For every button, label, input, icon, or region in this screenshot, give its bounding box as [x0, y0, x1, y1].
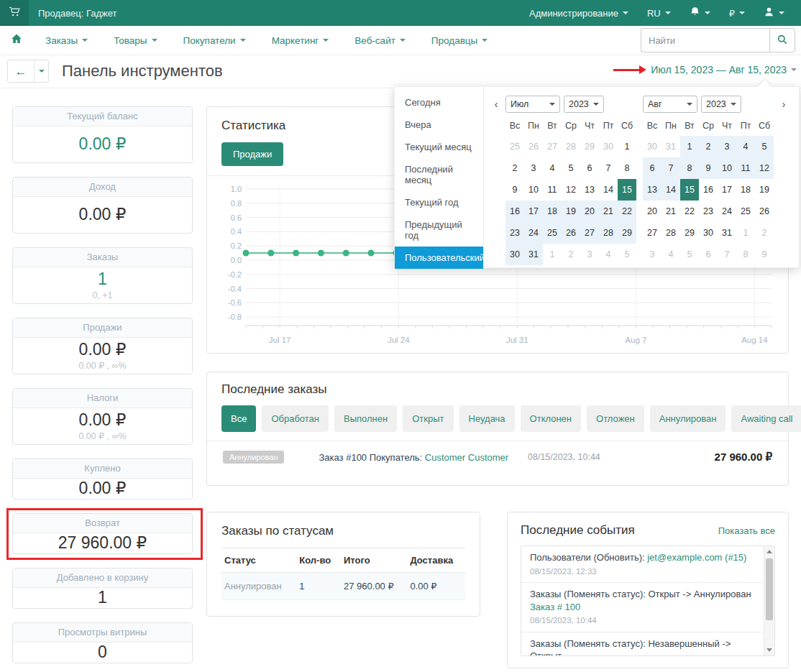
filter-выполнен[interactable]: Выполнен: [334, 405, 397, 432]
order-row[interactable]: Аннулирован Заказ #100 Покупатель: Custo…: [207, 441, 788, 464]
calendar-day[interactable]: 3: [524, 157, 543, 179]
nav-item-orders[interactable]: Заказы: [32, 26, 101, 55]
calendar-day[interactable]: 16: [699, 179, 718, 201]
calendar-day[interactable]: 19: [562, 201, 580, 222]
calendar-day[interactable]: 11: [736, 157, 755, 179]
calendar-day[interactable]: 4: [736, 136, 755, 157]
calendar-day[interactable]: 6: [580, 157, 599, 179]
calendar-day[interactable]: 27: [543, 136, 562, 157]
calendar-day[interactable]: 4: [599, 244, 618, 265]
calendar-day[interactable]: 14: [662, 179, 680, 201]
calendar-day[interactable]: 28: [562, 136, 580, 157]
calendar-day[interactable]: 18: [543, 201, 562, 222]
filter-отложен[interactable]: Отложен: [587, 405, 644, 432]
calendar-day[interactable]: 4: [662, 244, 680, 265]
filter-открыт[interactable]: Открыт: [403, 405, 453, 432]
calendar-day[interactable]: 31: [524, 244, 543, 265]
scrollbar[interactable]: [764, 546, 774, 655]
date-range-selector[interactable]: Июл 15, 2023 — Авг 15, 2023: [613, 64, 797, 75]
preset-item[interactable]: Вчера: [395, 114, 483, 136]
search-button[interactable]: [769, 28, 795, 52]
preset-item[interactable]: Предыдущий год: [395, 213, 483, 247]
customer-link[interactable]: Customer Customer: [425, 452, 508, 463]
filter-аннулирован[interactable]: Аннулирован: [650, 405, 726, 432]
calendar-day[interactable]: 25: [505, 136, 524, 157]
calendar-day[interactable]: 7: [599, 157, 618, 179]
filter-awaiting-call[interactable]: Awaiting call: [731, 405, 801, 432]
nav-item-website[interactable]: Веб-сайт: [342, 26, 418, 55]
calendar-day[interactable]: 26: [562, 222, 580, 244]
back-button[interactable]: ←: [8, 60, 34, 82]
scroll-down-icon[interactable]: [766, 648, 772, 652]
calendar-day[interactable]: 18: [736, 179, 755, 201]
calendar-day[interactable]: 1: [618, 136, 636, 157]
storefront-button[interactable]: [0, 0, 29, 26]
calendar-day[interactable]: 31: [718, 222, 736, 244]
calendar-day[interactable]: 7: [718, 244, 736, 265]
calendar-day[interactable]: 23: [699, 201, 718, 222]
calendar-day[interactable]: 13: [580, 179, 599, 201]
calendar-day[interactable]: 1: [543, 244, 562, 265]
calendar-day[interactable]: 30: [699, 222, 718, 244]
calendar-day[interactable]: 26: [755, 201, 774, 222]
calendar-day[interactable]: 21: [662, 201, 680, 222]
calendar-day[interactable]: 5: [755, 136, 774, 157]
preset-item[interactable]: Последний месяц: [395, 158, 483, 191]
calendar-next-button[interactable]: ›: [777, 96, 790, 110]
calendar-day[interactable]: 20: [643, 201, 662, 222]
language-menu[interactable]: RU: [638, 0, 680, 26]
scrollbar-thumb[interactable]: [766, 558, 773, 620]
calendar-day[interactable]: 9: [699, 157, 718, 179]
preset-item[interactable]: Текущий месяц: [395, 136, 483, 158]
calendar-day[interactable]: 19: [755, 179, 774, 201]
event-link[interactable]: Заказ # 100: [530, 601, 756, 614]
calendar-day[interactable]: 30: [643, 136, 662, 157]
nav-item-marketing[interactable]: Маркетинг: [259, 26, 342, 55]
calendar-day[interactable]: 2: [505, 157, 524, 179]
calendar-day[interactable]: 11: [543, 179, 562, 201]
calendar-day[interactable]: 1: [736, 222, 755, 244]
calendar-day[interactable]: 12: [755, 157, 774, 179]
calendar-day[interactable]: 29: [680, 222, 699, 244]
calendar-day[interactable]: 22: [680, 201, 699, 222]
calendar-day[interactable]: 7: [662, 157, 680, 179]
calendar-day[interactable]: 17: [718, 179, 736, 201]
scroll-up-icon[interactable]: [766, 550, 772, 553]
month-select[interactable]: Июл: [505, 96, 560, 113]
filter-обработан[interactable]: Обработан: [262, 405, 329, 432]
calendar-day[interactable]: 22: [618, 201, 636, 222]
calendar-day[interactable]: 26: [524, 136, 543, 157]
calendar-day[interactable]: 5: [680, 244, 699, 265]
preset-item[interactable]: Текущий год: [395, 191, 483, 213]
calendar-day[interactable]: 3: [580, 244, 599, 265]
calendar-day[interactable]: 28: [662, 222, 680, 244]
calendar-day[interactable]: 12: [562, 179, 580, 201]
calendar-day[interactable]: 25: [736, 201, 755, 222]
preset-custom[interactable]: Пользовательский: [395, 247, 483, 269]
calendar-day[interactable]: 4: [543, 157, 562, 179]
calendar-day[interactable]: 9: [505, 179, 524, 201]
filter-все[interactable]: Все: [221, 405, 256, 432]
calendar-day[interactable]: 29: [580, 136, 599, 157]
calendar-day[interactable]: 27: [643, 222, 662, 244]
calendar-day[interactable]: 31: [662, 136, 680, 157]
calendar-day[interactable]: 2: [755, 222, 774, 244]
year-select[interactable]: 2023: [564, 96, 604, 113]
calendar-day[interactable]: 17: [524, 201, 543, 222]
sales-tab-button[interactable]: Продажи: [221, 142, 283, 166]
calendar-day[interactable]: 23: [505, 222, 524, 244]
calendar-day[interactable]: 6: [643, 157, 662, 179]
calendar-day[interactable]: 25: [543, 222, 562, 244]
calendar-day[interactable]: 13: [643, 179, 662, 201]
notifications-menu[interactable]: [680, 0, 720, 26]
calendar-day[interactable]: 28: [599, 222, 618, 244]
filter-отклонен[interactable]: Отклонен: [521, 405, 581, 432]
calendar-day[interactable]: 29: [618, 222, 636, 244]
calendar-day[interactable]: 15: [618, 179, 636, 201]
calendar-day[interactable]: 27: [580, 222, 599, 244]
nav-item-vendors[interactable]: Продавцы: [418, 26, 500, 55]
calendar-day[interactable]: 2: [562, 244, 580, 265]
year-select[interactable]: 2023: [701, 96, 741, 113]
order-link[interactable]: Заказ #100 Покупатель: Customer Customer: [319, 452, 528, 463]
calendar-day[interactable]: 24: [524, 222, 543, 244]
